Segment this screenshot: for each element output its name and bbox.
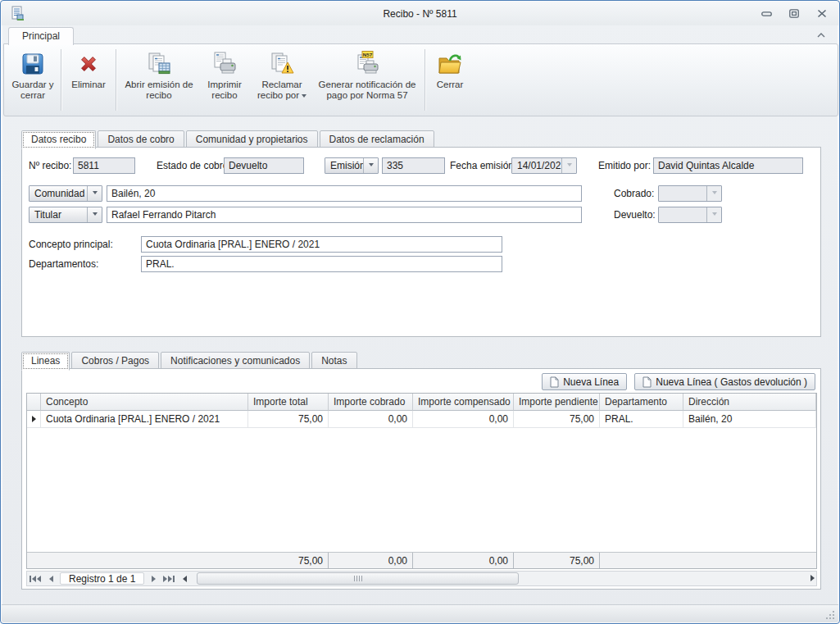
emitido-por-field[interactable]: David Quintas Alcalde — [653, 157, 803, 174]
horizontal-scrollbar[interactable] — [195, 572, 815, 585]
concepto-principal-field[interactable]: Cuota Ordinaria [PRAL.] ENERO / 2021 — [141, 236, 502, 253]
titular-selector-label: Titular — [30, 207, 87, 222]
collapse-ribbon-icon[interactable] — [815, 30, 827, 39]
record-counter: Registro 1 de 1 — [60, 572, 144, 585]
tab-datos-recibo[interactable]: Datos recibo — [21, 130, 96, 149]
column-departamento[interactable]: Departamento — [600, 394, 683, 411]
first-record-button[interactable] — [29, 572, 42, 585]
emision-combo[interactable]: Emisión — [325, 157, 379, 174]
column-importe-compensado[interactable]: Importe compensado — [413, 394, 514, 411]
fecha-emision-picker[interactable]: 14/01/2021 — [511, 157, 577, 174]
emision-dropdown-button[interactable] — [363, 158, 378, 173]
cell-direccion: Bailén, 20 — [683, 411, 816, 428]
departamentos-label: Departamentos: — [29, 256, 98, 272]
devuelto-dropdown-button[interactable] — [706, 207, 721, 222]
receipt-data-panel: Nº recibo: 5811 Estado de cobro: Devuelt… — [21, 147, 821, 337]
print-receipt-icon — [211, 50, 238, 78]
fecha-emision-dropdown-button[interactable] — [561, 158, 576, 173]
row-arrow-icon — [32, 416, 36, 422]
lines-panel: Nueva Línea Nueva Línea ( Gastos devoluc… — [21, 368, 821, 590]
cell-importe-pendiente: 75,00 — [514, 411, 600, 428]
chevron-down-icon — [93, 191, 98, 197]
norma57-print-icon: N57 — [352, 50, 382, 78]
column-importe-pendiente[interactable]: Importe pendiente — [514, 394, 600, 411]
chevron-down-icon — [93, 212, 98, 218]
close-button[interactable] — [814, 7, 830, 20]
restore-button[interactable] — [786, 7, 802, 20]
devuelto-picker[interactable] — [658, 207, 722, 223]
comunidad-field[interactable]: Bailén, 20 — [107, 185, 582, 202]
save-and-close-button[interactable]: Guardar y cerrar — [8, 47, 57, 113]
tab-principal[interactable]: Principal — [8, 27, 74, 45]
fecha-emision-value: 14/01/2021 — [512, 158, 561, 173]
toolbar-separator — [116, 49, 116, 111]
next-record-button[interactable] — [147, 572, 160, 585]
scroll-right-button[interactable] — [810, 575, 815, 581]
cell-importe-cobrado: 0,00 — [329, 411, 413, 428]
grid-header-row: Concepto Importe total Importe cobrado I… — [27, 394, 816, 411]
chevron-down-icon — [369, 163, 374, 169]
ribbon-toolbar: Guardar y cerrar Eliminar — [3, 43, 838, 116]
title-bar: Recibo - Nº 5811 — [2, 2, 838, 25]
last-record-button[interactable] — [162, 572, 175, 585]
new-line-button[interactable]: Nueva Línea — [542, 373, 627, 390]
column-concepto[interactable]: Concepto — [41, 394, 248, 411]
tab-lineas[interactable]: Lineas — [21, 352, 70, 371]
emision-combo-value: Emisión — [325, 158, 363, 173]
open-emission-button[interactable]: Abrir emisión de recibo — [120, 47, 198, 113]
new-document-icon — [642, 376, 652, 388]
grid-totals-row: 75,00 0,00 0,00 75,00 — [27, 552, 816, 568]
fecha-emision-label: Fecha emisión: — [450, 157, 516, 174]
cell-concepto: Cuota Ordinaria [PRAL.] ENERO / 2021 — [41, 411, 248, 428]
claim-receipt-button[interactable]: Reclamar recibo por — [251, 47, 313, 113]
resize-grip[interactable] — [825, 610, 835, 620]
chevron-down-icon — [712, 191, 717, 197]
delete-button[interactable]: Eliminar — [65, 47, 112, 113]
open-emission-icon — [145, 50, 173, 78]
delete-label: Eliminar — [71, 80, 106, 90]
chevron-down-icon — [302, 94, 306, 100]
claim-receipt-icon — [268, 50, 296, 78]
record-navigator: Registro 1 de 1 — [26, 571, 817, 586]
emision-numero-field[interactable]: 335 — [382, 157, 445, 174]
scrollbar-thumb[interactable] — [197, 572, 519, 585]
cobrado-picker[interactable] — [658, 185, 722, 202]
status-bar — [2, 604, 838, 622]
chevron-down-icon — [567, 163, 572, 169]
titular-field[interactable]: Rafael Ferrando Pitarch — [107, 207, 582, 223]
line-actions: Nueva Línea Nueva Línea ( Gastos devoluc… — [542, 373, 815, 390]
close-form-button[interactable]: Cerrar — [429, 47, 471, 113]
comunidad-dropdown-button[interactable] — [87, 186, 102, 201]
comunidad-selector[interactable]: Comunidad — [29, 185, 102, 202]
numero-recibo-label: Nº recibo: — [29, 157, 71, 174]
cell-importe-compensado: 0,00 — [413, 411, 514, 428]
ribbon-tab-row: Principal — [3, 25, 838, 44]
titular-selector[interactable]: Titular — [29, 207, 102, 223]
grid-indicator-header — [27, 394, 41, 411]
numero-recibo-field[interactable]: 5811 — [73, 157, 135, 174]
column-direccion[interactable]: Dirección — [683, 394, 816, 411]
previous-record-button[interactable] — [44, 572, 57, 585]
claim-receipt-label: Reclamar recibo por — [257, 80, 302, 100]
scroll-left-button[interactable] — [178, 572, 191, 585]
window-title: Recibo - Nº 5811 — [2, 8, 838, 20]
table-row[interactable]: Cuota Ordinaria [PRAL.] ENERO / 2021 75,… — [27, 411, 816, 428]
chevron-down-icon — [712, 212, 717, 218]
toolbar-separator — [425, 49, 425, 111]
norma57-notification-button[interactable]: N57 Generar notificación de pago por Nor… — [313, 47, 421, 113]
minimize-button[interactable] — [758, 7, 774, 20]
new-line-return-costs-button[interactable]: Nueva Línea ( Gastos devolución ) — [634, 373, 815, 390]
comunidad-selector-label: Comunidad — [30, 186, 87, 201]
print-receipt-button[interactable]: Imprimir recibo — [198, 47, 251, 113]
titular-dropdown-button[interactable] — [87, 207, 102, 222]
departamentos-field[interactable]: PRAL. — [141, 256, 502, 272]
cobrado-dropdown-button[interactable] — [706, 186, 721, 201]
emitido-por-label: Emitido por: — [598, 157, 651, 174]
close-form-label: Cerrar — [437, 80, 464, 90]
column-importe-cobrado[interactable]: Importe cobrado — [329, 394, 413, 411]
cell-departamento: PRAL. — [600, 411, 683, 428]
estado-cobro-field[interactable]: Devuelto — [224, 157, 304, 174]
new-line-return-costs-label: Nueva Línea ( Gastos devolución ) — [656, 376, 807, 388]
column-importe-total[interactable]: Importe total — [248, 394, 329, 411]
row-indicator — [27, 411, 41, 428]
